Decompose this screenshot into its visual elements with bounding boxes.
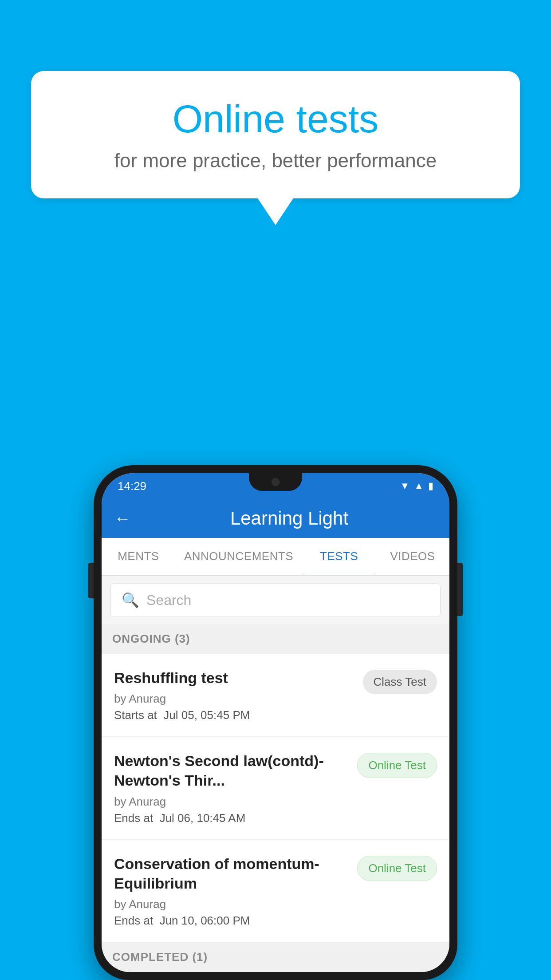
phone-mockup: 14:29 ▼ ▲ ▮ ← Learning Light MENTS ANNOU… xyxy=(94,465,457,980)
test-item-2-by: by Anurag xyxy=(114,795,348,809)
tabs-container: MENTS ANNOUNCEMENTS TESTS VIDEOS xyxy=(102,538,449,576)
completed-section-label: COMPLETED (1) xyxy=(112,950,208,964)
test-item-2[interactable]: Newton's Second law(contd)-Newton's Thir… xyxy=(102,737,449,839)
test-item-2-badge: Online Test xyxy=(357,753,437,778)
test-item-2-date: Ends at Jul 06, 10:45 AM xyxy=(114,811,348,825)
test-item-1-badge: Class Test xyxy=(363,670,437,694)
wifi-icon: ▼ xyxy=(400,480,409,492)
search-input[interactable]: Search xyxy=(146,592,191,609)
status-icons: ▼ ▲ ▮ xyxy=(400,480,433,492)
completed-section-header: COMPLETED (1) xyxy=(102,942,449,972)
tab-videos[interactable]: VIDEOS xyxy=(376,538,449,575)
speech-bubble-subtitle: for more practice, better performance xyxy=(67,150,484,172)
test-item-3-by: by Anurag xyxy=(114,897,348,911)
search-icon: 🔍 xyxy=(122,592,139,609)
test-item-1[interactable]: Reshuffling test by Anurag Starts at Jul… xyxy=(102,654,449,737)
test-item-2-title: Newton's Second law(contd)-Newton's Thir… xyxy=(114,751,348,790)
notch xyxy=(249,473,302,491)
test-item-1-by: by Anurag xyxy=(114,692,354,706)
ongoing-section-header: ONGOING (3) xyxy=(102,624,449,654)
app-bar: ← Learning Light xyxy=(102,499,449,538)
phone-outer: 14:29 ▼ ▲ ▮ ← Learning Light MENTS ANNOU… xyxy=(94,465,457,980)
tab-ments[interactable]: MENTS xyxy=(102,538,175,575)
speech-bubble-tail xyxy=(258,198,293,225)
speech-bubble-title: Online tests xyxy=(67,98,484,141)
search-bar[interactable]: 🔍 Search xyxy=(110,583,441,617)
test-item-1-title: Reshuffling test xyxy=(114,668,354,688)
back-button[interactable]: ← xyxy=(114,509,131,528)
test-item-1-content: Reshuffling test by Anurag Starts at Jul… xyxy=(114,668,354,722)
test-item-2-content: Newton's Second law(contd)-Newton's Thir… xyxy=(114,751,348,825)
test-item-3-title: Conservation of momentum-Equilibrium xyxy=(114,854,348,893)
tab-tests[interactable]: TESTS xyxy=(302,538,376,576)
test-item-3-date: Ends at Jun 10, 06:00 PM xyxy=(114,914,348,928)
tab-announcements[interactable]: ANNOUNCEMENTS xyxy=(175,538,302,575)
ongoing-section-label: ONGOING (3) xyxy=(112,632,190,645)
camera-icon xyxy=(272,478,279,486)
battery-icon: ▮ xyxy=(428,480,433,492)
test-item-3-badge: Online Test xyxy=(357,856,437,881)
test-item-3-content: Conservation of momentum-Equilibrium by … xyxy=(114,854,348,928)
speech-bubble: Online tests for more practice, better p… xyxy=(31,71,520,198)
phone-screen: 14:29 ▼ ▲ ▮ ← Learning Light MENTS ANNOU… xyxy=(102,473,449,972)
signal-icon: ▲ xyxy=(414,480,424,492)
speech-bubble-container: Online tests for more practice, better p… xyxy=(31,71,520,225)
search-container: 🔍 Search xyxy=(102,576,449,624)
app-bar-title: Learning Light xyxy=(142,508,437,529)
status-time: 14:29 xyxy=(118,479,146,493)
test-item-3[interactable]: Conservation of momentum-Equilibrium by … xyxy=(102,840,449,942)
status-bar: 14:29 ▼ ▲ ▮ xyxy=(102,473,449,499)
test-item-1-date: Starts at Jul 05, 05:45 PM xyxy=(114,708,354,722)
